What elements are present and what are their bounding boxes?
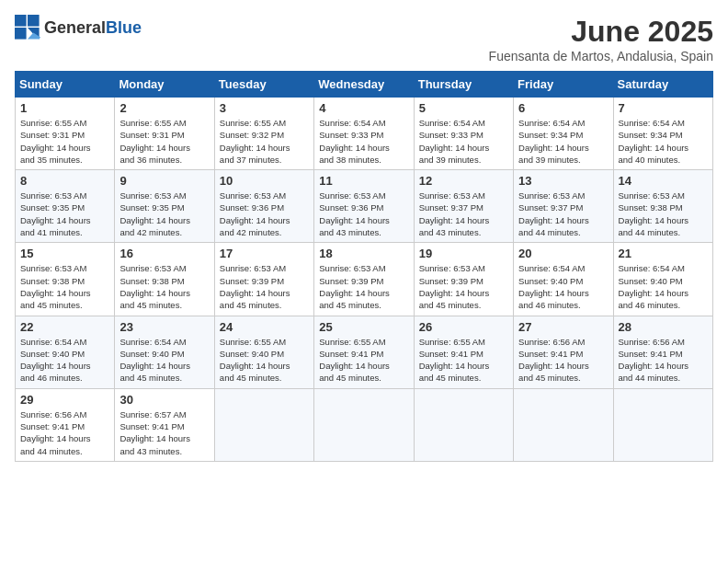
day-number: 13: [518, 174, 608, 188]
day-number: 10: [220, 174, 309, 188]
day-number: 9: [119, 174, 209, 188]
calendar-week-row: 22Sunrise: 6:54 AM Sunset: 9:40 PM Dayli…: [16, 316, 713, 388]
day-number: 14: [619, 174, 708, 188]
day-number: 19: [419, 247, 508, 260]
weekday-header-cell: Saturday: [613, 72, 712, 98]
calendar-day-cell: [214, 388, 313, 461]
day-info: Sunrise: 6:54 AM Sunset: 9:34 PM Dayligh…: [518, 117, 608, 166]
calendar-day-cell: [613, 388, 712, 461]
day-number: 21: [619, 247, 708, 260]
calendar-day-cell: 27Sunrise: 6:56 AM Sunset: 9:41 PM Dayli…: [514, 316, 613, 388]
weekday-header-row: SundayMondayTuesdayWednesdayThursdayFrid…: [16, 72, 713, 98]
weekday-header-cell: Friday: [514, 72, 613, 98]
day-number: 15: [20, 247, 109, 260]
day-info: Sunrise: 6:54 AM Sunset: 9:40 PM Dayligh…: [518, 262, 608, 311]
day-info: Sunrise: 6:55 AM Sunset: 9:41 PM Dayligh…: [319, 336, 408, 385]
day-number: 2: [119, 101, 209, 115]
calendar-day-cell: 21Sunrise: 6:54 AM Sunset: 9:40 PM Dayli…: [613, 243, 712, 316]
calendar-day-cell: 16Sunrise: 6:53 AM Sunset: 9:38 PM Dayli…: [115, 243, 214, 316]
calendar-day-cell: 15Sunrise: 6:53 AM Sunset: 9:38 PM Dayli…: [16, 243, 115, 316]
day-info: Sunrise: 6:54 AM Sunset: 9:40 PM Dayligh…: [619, 262, 708, 311]
day-info: Sunrise: 6:54 AM Sunset: 9:40 PM Dayligh…: [20, 336, 109, 385]
day-info: Sunrise: 6:53 AM Sunset: 9:38 PM Dayligh…: [20, 262, 109, 311]
calendar-day-cell: 5Sunrise: 6:54 AM Sunset: 9:33 PM Daylig…: [414, 98, 513, 170]
svg-rect-2: [15, 28, 27, 40]
weekday-header-cell: Wednesday: [314, 72, 414, 98]
calendar-week-row: 8Sunrise: 6:53 AM Sunset: 9:35 PM Daylig…: [16, 170, 713, 243]
calendar-day-cell: 11Sunrise: 6:53 AM Sunset: 9:36 PM Dayli…: [314, 170, 414, 243]
day-info: Sunrise: 6:53 AM Sunset: 9:36 PM Dayligh…: [220, 190, 309, 238]
day-info: Sunrise: 6:55 AM Sunset: 9:40 PM Dayligh…: [220, 336, 309, 385]
calendar-day-cell: 3Sunrise: 6:55 AM Sunset: 9:32 PM Daylig…: [214, 98, 313, 170]
calendar-day-cell: [414, 388, 513, 461]
day-number: 16: [119, 247, 209, 260]
day-info: Sunrise: 6:53 AM Sunset: 9:37 PM Dayligh…: [518, 190, 608, 238]
calendar-day-cell: 23Sunrise: 6:54 AM Sunset: 9:40 PM Dayli…: [115, 316, 214, 388]
day-info: Sunrise: 6:56 AM Sunset: 9:41 PM Dayligh…: [619, 336, 708, 385]
day-number: 1: [20, 101, 109, 115]
day-info: Sunrise: 6:54 AM Sunset: 9:34 PM Dayligh…: [619, 117, 708, 166]
day-info: Sunrise: 6:53 AM Sunset: 9:39 PM Dayligh…: [419, 262, 508, 311]
calendar-day-cell: 2Sunrise: 6:55 AM Sunset: 9:31 PM Daylig…: [115, 98, 214, 170]
calendar-day-cell: 12Sunrise: 6:53 AM Sunset: 9:37 PM Dayli…: [414, 170, 513, 243]
day-info: Sunrise: 6:53 AM Sunset: 9:36 PM Dayligh…: [319, 190, 408, 238]
calendar-day-cell: 10Sunrise: 6:53 AM Sunset: 9:36 PM Dayli…: [214, 170, 313, 243]
day-number: 12: [419, 174, 508, 188]
calendar-day-cell: 6Sunrise: 6:54 AM Sunset: 9:34 PM Daylig…: [514, 98, 613, 170]
day-info: Sunrise: 6:56 AM Sunset: 9:41 PM Dayligh…: [20, 408, 109, 457]
day-info: Sunrise: 6:53 AM Sunset: 9:39 PM Dayligh…: [319, 262, 408, 311]
calendar-day-cell: 14Sunrise: 6:53 AM Sunset: 9:38 PM Dayli…: [613, 170, 712, 243]
calendar-week-row: 1Sunrise: 6:55 AM Sunset: 9:31 PM Daylig…: [16, 98, 713, 170]
logo-blue: Blue: [106, 18, 142, 37]
svg-rect-0: [15, 15, 27, 27]
day-number: 5: [419, 101, 508, 115]
day-number: 22: [20, 320, 109, 334]
calendar-day-cell: 29Sunrise: 6:56 AM Sunset: 9:41 PM Dayli…: [16, 388, 115, 461]
day-number: 24: [220, 320, 309, 334]
day-info: Sunrise: 6:55 AM Sunset: 9:31 PM Dayligh…: [20, 117, 109, 166]
calendar-day-cell: [514, 388, 613, 461]
day-info: Sunrise: 6:54 AM Sunset: 9:33 PM Dayligh…: [419, 117, 508, 166]
calendar-day-cell: 19Sunrise: 6:53 AM Sunset: 9:39 PM Dayli…: [414, 243, 513, 316]
logo-general: General: [44, 18, 106, 37]
calendar-day-cell: [314, 388, 414, 461]
day-info: Sunrise: 6:55 AM Sunset: 9:32 PM Dayligh…: [220, 117, 309, 166]
day-info: Sunrise: 6:53 AM Sunset: 9:35 PM Dayligh…: [20, 190, 109, 238]
svg-rect-1: [28, 15, 40, 27]
day-number: 27: [518, 320, 608, 334]
calendar-week-row: 15Sunrise: 6:53 AM Sunset: 9:38 PM Dayli…: [16, 243, 713, 316]
calendar-day-cell: 1Sunrise: 6:55 AM Sunset: 9:31 PM Daylig…: [16, 98, 115, 170]
day-info: Sunrise: 6:53 AM Sunset: 9:35 PM Dayligh…: [119, 190, 209, 238]
calendar-day-cell: 18Sunrise: 6:53 AM Sunset: 9:39 PM Dayli…: [314, 243, 414, 316]
calendar-day-cell: 7Sunrise: 6:54 AM Sunset: 9:34 PM Daylig…: [613, 98, 712, 170]
day-info: Sunrise: 6:53 AM Sunset: 9:37 PM Dayligh…: [419, 190, 508, 238]
day-info: Sunrise: 6:55 AM Sunset: 9:41 PM Dayligh…: [419, 336, 508, 385]
day-info: Sunrise: 6:53 AM Sunset: 9:38 PM Dayligh…: [119, 262, 209, 311]
weekday-header-cell: Monday: [115, 72, 214, 98]
calendar-day-cell: 13Sunrise: 6:53 AM Sunset: 9:37 PM Dayli…: [514, 170, 613, 243]
calendar-day-cell: 17Sunrise: 6:53 AM Sunset: 9:39 PM Dayli…: [214, 243, 313, 316]
calendar-day-cell: 24Sunrise: 6:55 AM Sunset: 9:40 PM Dayli…: [214, 316, 313, 388]
day-number: 28: [619, 320, 708, 334]
day-number: 25: [319, 320, 408, 334]
day-number: 29: [20, 393, 109, 407]
day-number: 26: [419, 320, 508, 334]
title-area: June 2025 Fuensanta de Martos, Andalusia…: [489, 15, 713, 63]
day-info: Sunrise: 6:57 AM Sunset: 9:41 PM Dayligh…: [119, 408, 209, 457]
day-info: Sunrise: 6:54 AM Sunset: 9:40 PM Dayligh…: [119, 336, 209, 385]
calendar-day-cell: 8Sunrise: 6:53 AM Sunset: 9:35 PM Daylig…: [16, 170, 115, 243]
weekday-header-cell: Thursday: [414, 72, 513, 98]
day-number: 4: [319, 101, 408, 115]
day-number: 30: [119, 393, 209, 407]
calendar-day-cell: 4Sunrise: 6:54 AM Sunset: 9:33 PM Daylig…: [314, 98, 414, 170]
calendar-day-cell: 25Sunrise: 6:55 AM Sunset: 9:41 PM Dayli…: [314, 316, 414, 388]
calendar-body: 1Sunrise: 6:55 AM Sunset: 9:31 PM Daylig…: [16, 98, 713, 462]
day-number: 20: [518, 247, 608, 260]
day-info: Sunrise: 6:53 AM Sunset: 9:39 PM Dayligh…: [220, 262, 309, 311]
logo: GeneralBlue: [15, 15, 142, 40]
calendar-week-row: 29Sunrise: 6:56 AM Sunset: 9:41 PM Dayli…: [16, 388, 713, 461]
day-number: 17: [220, 247, 309, 260]
day-number: 3: [220, 101, 309, 115]
day-number: 18: [319, 247, 408, 260]
day-info: Sunrise: 6:55 AM Sunset: 9:31 PM Dayligh…: [119, 117, 209, 166]
